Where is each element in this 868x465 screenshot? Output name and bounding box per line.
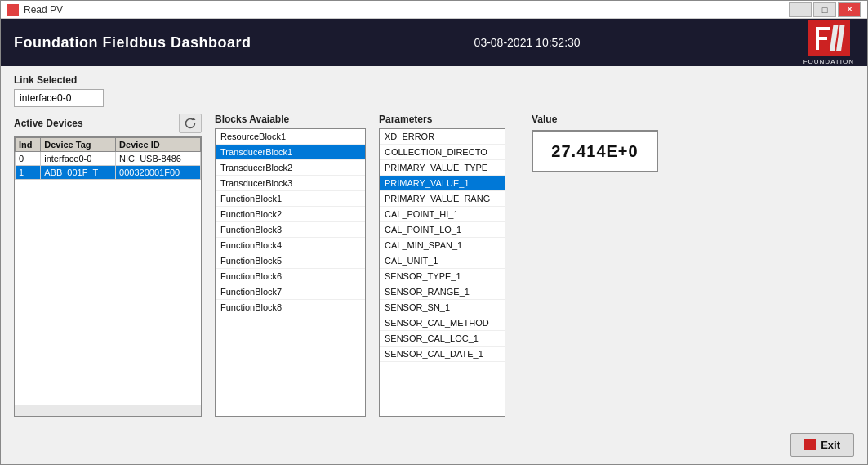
block-list-item[interactable]: TransducerBlock2	[216, 160, 365, 176]
refresh-button[interactable]	[179, 114, 202, 133]
active-devices-title: Active Devices	[14, 118, 83, 129]
value-label: Value	[532, 114, 658, 125]
devices-table-container: Ind Device Tag Device ID 0interface0-0NI…	[14, 136, 202, 417]
col-device-tag: Device Tag	[41, 138, 116, 152]
parameters-title: Parameters	[379, 114, 505, 125]
block-list-item[interactable]: TransducerBlock1	[216, 145, 365, 160]
exit-button[interactable]: Exit	[790, 433, 854, 457]
block-list-item[interactable]: FunctionBlock3	[216, 222, 365, 238]
col-device-id: Device ID	[116, 138, 201, 152]
blocks-panel: Blocks Avaiable ResourceBlock1Transducer…	[215, 114, 366, 417]
col-index: Ind	[16, 138, 41, 152]
active-devices-panel: Active Devices Ind	[14, 114, 202, 417]
blocks-list[interactable]: ResourceBlock1TransducerBlock1Transducer…	[215, 128, 366, 417]
parameter-list-item[interactable]: COLLECTION_DIRECTO	[380, 145, 505, 160]
block-list-item[interactable]: TransducerBlock3	[216, 176, 365, 191]
logo-box	[808, 20, 850, 56]
svg-rect-0	[9, 6, 17, 14]
link-value-display: interface0-0	[14, 89, 104, 107]
parameter-list-item[interactable]: CAL_UNIT_1	[380, 253, 505, 269]
parameter-list-item[interactable]: PRIMARY_VALUE_1	[380, 176, 505, 191]
parameter-list-item[interactable]: SENSOR_TYPE_1	[380, 269, 505, 284]
logo-text: FOUNDATION	[803, 58, 854, 65]
active-devices-header-row: Active Devices	[14, 114, 202, 133]
table-row[interactable]: 1ABB_001F_T000320001F00	[16, 166, 201, 180]
dashboard-title: Foundation Fieldbus Dashboard	[14, 34, 251, 51]
value-section: Value 27.414E+0	[532, 114, 658, 417]
blocks-title: Blocks Avaiable	[215, 114, 366, 125]
close-button[interactable]: ✕	[838, 2, 861, 17]
devices-table: Ind Device Tag Device ID 0interface0-0NI…	[15, 137, 201, 180]
table-row[interactable]: 0interface0-0NIC_USB-8486	[16, 152, 201, 166]
link-section: Link Selected interface0-0	[14, 74, 854, 107]
parameter-list-item[interactable]: SENSOR_CAL_METHOD	[380, 315, 505, 331]
parameter-list-item[interactable]: PRIMARY_VALUE_RANG	[380, 191, 505, 207]
parameter-list-item[interactable]: CAL_POINT_HI_1	[380, 207, 505, 222]
parameter-list-item[interactable]: CAL_MIN_SPAN_1	[380, 238, 505, 253]
block-list-item[interactable]: FunctionBlock5	[216, 253, 365, 269]
cell-tag: interface0-0	[41, 152, 116, 166]
foundation-logo: FOUNDATION	[803, 20, 854, 65]
cell-tag: ABB_001F_T	[41, 166, 116, 180]
cell-index: 0	[16, 152, 41, 166]
block-list-item[interactable]: FunctionBlock1	[216, 191, 365, 207]
parameter-list-item[interactable]: SENSOR_CAL_DATE_1	[380, 347, 505, 362]
svg-rect-4	[816, 37, 827, 40]
link-label: Link Selected	[14, 74, 854, 86]
exit-label: Exit	[821, 439, 840, 451]
cell-index: 1	[16, 166, 41, 180]
block-list-item[interactable]: FunctionBlock8	[216, 300, 365, 315]
title-bar-left: Read PV	[7, 4, 63, 16]
cell-id: NIC_USB-8486	[116, 152, 201, 166]
minimize-button[interactable]: —	[789, 2, 812, 17]
window-controls: — □ ✕	[789, 2, 861, 17]
header-datetime: 03-08-2021 10:52:30	[474, 36, 581, 49]
title-bar: Read PV — □ ✕	[1, 1, 867, 19]
block-list-item[interactable]: FunctionBlock2	[216, 207, 365, 222]
block-list-item[interactable]: FunctionBlock6	[216, 269, 365, 284]
parameter-list-item[interactable]: SENSOR_CAL_LOC_1	[380, 331, 505, 347]
parameters-panel: Parameters XD_ERRORCOLLECTION_DIRECTOPRI…	[379, 114, 505, 417]
block-list-item[interactable]: FunctionBlock4	[216, 238, 365, 253]
main-content: Link Selected interface0-0 Active Device…	[1, 66, 867, 425]
parameter-list-item[interactable]: PRIMARY_VALUE_TYPE	[380, 160, 505, 176]
devices-h-scrollbar[interactable]	[15, 405, 201, 416]
refresh-icon	[184, 117, 197, 130]
header-banner: Foundation Fieldbus Dashboard 03-08-2021…	[1, 19, 867, 66]
parameter-list-item[interactable]: CAL_POINT_LO_1	[380, 222, 505, 238]
parameter-list-item[interactable]: SENSOR_SN_1	[380, 300, 505, 315]
exit-icon	[804, 439, 816, 450]
app-icon	[7, 4, 19, 16]
main-window: Read PV — □ ✕ Foundation Fieldbus Dashbo…	[0, 0, 868, 465]
parameters-list[interactable]: XD_ERRORCOLLECTION_DIRECTOPRIMARY_VALUE_…	[379, 128, 505, 417]
panels-row: Active Devices Ind	[14, 114, 854, 417]
footer: Exit	[1, 425, 867, 464]
block-list-item[interactable]: ResourceBlock1	[216, 129, 365, 145]
parameter-list-item[interactable]: XD_ERROR	[380, 129, 505, 145]
value-display: 27.414E+0	[532, 130, 658, 172]
devices-table-scroll[interactable]: Ind Device Tag Device ID 0interface0-0NI…	[15, 137, 201, 405]
maximize-button[interactable]: □	[813, 2, 836, 17]
parameter-list-item[interactable]: SENSOR_RANGE_1	[380, 284, 505, 300]
cell-id: 000320001F00	[116, 166, 201, 180]
window-title: Read PV	[24, 4, 63, 16]
block-list-item[interactable]: FunctionBlock7	[216, 284, 365, 300]
